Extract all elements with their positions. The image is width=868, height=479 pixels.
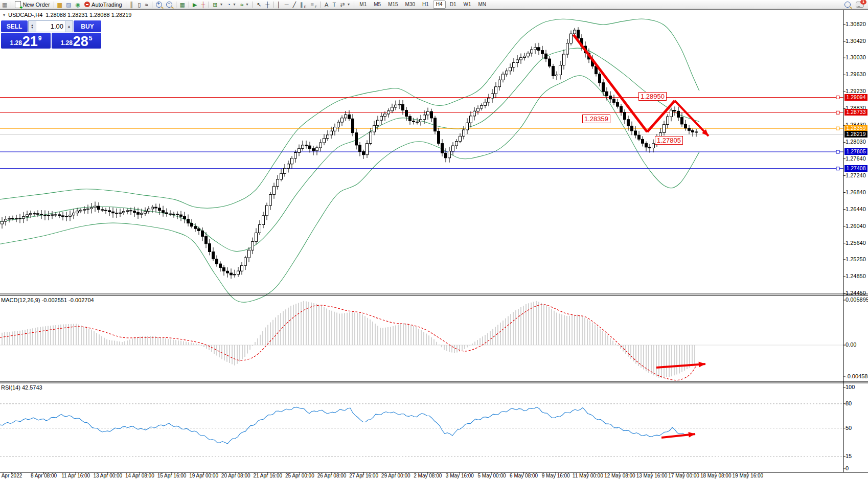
search-icon[interactable] — [844, 2, 851, 8]
arrows-button[interactable]: ⇄▼ — [338, 1, 352, 9]
level-handle-1.28359[interactable] — [836, 127, 839, 130]
channel-button[interactable]: ∥E — [298, 1, 308, 9]
new-template-button[interactable]: ⊞▼ — [211, 1, 225, 9]
timeframe-w1-button[interactable]: W1 — [460, 1, 474, 9]
crosshair-button[interactable]: ┼ — [263, 1, 271, 9]
price-tick-label: 1.27240 — [846, 172, 866, 178]
signal-button[interactable]: ◉ — [73, 1, 82, 9]
timeframe-m1-button[interactable]: M1 — [356, 1, 370, 9]
price-badge-1.29094: 1.29094 — [844, 94, 867, 101]
new-order-icon — [15, 1, 21, 8]
toolbar-separator — [273, 2, 273, 8]
price-tick-label: 1.26040 — [846, 223, 866, 229]
time-axis-label: 13 Apr 00:00 — [93, 473, 122, 478]
ohlc-values: 1.28088 1.28231 1.28088 1.28219 — [45, 12, 131, 18]
timeframe-mn-button[interactable]: MN — [475, 1, 489, 9]
publish-button[interactable]: ▨ — [64, 1, 73, 9]
price-badge-1.28219: 1.28219 — [844, 131, 867, 138]
line-chart-button[interactable]: ≈ — [143, 1, 150, 9]
candlestick-chart-button[interactable]: ▯ — [135, 1, 143, 9]
macd-axis-label: 0.00 — [846, 341, 856, 348]
fibonacci-button[interactable]: ≡F — [308, 1, 319, 9]
trendline-icon: ╱ — [293, 1, 296, 8]
price-tick-label: 1.24450 — [846, 290, 866, 296]
trendline-button[interactable]: ╱ — [291, 1, 299, 9]
tile-windows-icon: ▦ — [180, 1, 185, 8]
toolbar-separator — [354, 2, 354, 8]
chart-shift-icon: ┼ — [201, 1, 205, 8]
text-label-button[interactable]: T — [330, 1, 338, 9]
timeframe-h4-button[interactable]: H4 — [433, 1, 446, 9]
toolbar-separator — [189, 2, 189, 8]
zoom-in-button[interactable]: + — [154, 1, 164, 9]
auto-scroll-button[interactable]: ▶ — [191, 1, 199, 9]
buy-button[interactable]: BUY — [74, 20, 101, 32]
new-template-icon-dropdown: ▼ — [219, 3, 223, 6]
level-handle-1.28733[interactable] — [836, 111, 839, 114]
sell-price[interactable]: 1.28 21 9 — [1, 33, 51, 49]
bar-chart-button[interactable]: ║ — [128, 1, 136, 9]
chart-window-button[interactable]: ▦ — [0, 1, 9, 9]
timeframe-m30-button[interactable]: M30 — [402, 1, 418, 9]
horizontal-line-button[interactable]: ─ — [283, 1, 291, 9]
new-order-button[interactable]: New Order — [13, 1, 52, 9]
text-icon: A — [325, 1, 328, 8]
price-tick-label: 1.26840 — [846, 189, 866, 195]
chart-shift-button[interactable]: ┼ — [199, 1, 207, 9]
volume-input[interactable] — [36, 21, 65, 32]
price-tick-label: 1.25640 — [846, 240, 866, 246]
level-lines — [0, 96, 843, 170]
bollinger-lower — [0, 76, 699, 302]
level-handle-1.27408[interactable] — [836, 167, 839, 170]
chart-title: ▾ USDCAD-,H4 1.28088 1.28231 1.28088 1.2… — [3, 12, 131, 18]
rsi-arrow — [661, 432, 695, 438]
timeframe-m5-button[interactable]: M5 — [371, 1, 384, 9]
chat-icon[interactable]: 1 — [856, 2, 864, 8]
signal-icon: ◉ — [75, 1, 80, 8]
period-icon: ◔ — [227, 1, 231, 8]
timeframe-m15-button[interactable]: M15 — [385, 1, 401, 9]
level-handle-1.29094[interactable] — [836, 96, 839, 99]
arrows-icon: ⇄ — [340, 1, 345, 8]
buy-price[interactable]: 1.28 28 5 — [52, 33, 101, 49]
sell-price-pips: 21 — [22, 35, 38, 48]
toolbar-separator — [176, 2, 176, 8]
price-tick-label: 1.25250 — [846, 256, 866, 262]
buy-price-point: 5 — [89, 35, 93, 42]
timeframe-d1-button[interactable]: D1 — [447, 1, 460, 9]
time-axis-label: 2 May 08:00 — [414, 473, 442, 478]
volume-increase-button[interactable]: ▲ — [65, 21, 73, 32]
bar-chart-icon: ║ — [130, 1, 134, 8]
zoom-out-button[interactable]: − — [164, 1, 174, 9]
time-axis-label: 8 Apr 08:00 — [31, 473, 57, 478]
rsi-axis-label: 50 — [846, 425, 852, 431]
zoom-in-icon: + — [156, 2, 162, 8]
autotrading-button[interactable]: AutoTrading — [82, 1, 124, 9]
bollinger-middle — [0, 48, 699, 252]
price-tick-label: 1.26440 — [846, 206, 866, 212]
zoom-out-icon: − — [166, 2, 172, 8]
volume-decrease-button[interactable]: ▲▼ — [29, 21, 36, 32]
vertical-line-button[interactable]: │ — [275, 1, 283, 9]
text-button[interactable]: A — [323, 1, 330, 9]
arrows-icon-dropdown: ▼ — [347, 3, 350, 6]
price-callout-1.27805: 1.27805 — [655, 136, 683, 145]
price-tick-label: 1.24850 — [846, 273, 866, 279]
sell-button[interactable]: SELL — [1, 20, 28, 32]
rsi-axis-label: 15 — [846, 453, 852, 459]
time-axis-label: 25 Apr 00:00 — [285, 473, 314, 478]
level-handle-1.27805[interactable] — [836, 150, 839, 153]
time-axis-label: 27 Apr 16:00 — [349, 473, 378, 478]
toolbar-separator — [126, 2, 126, 8]
gold-button[interactable]: ▆ — [56, 1, 64, 9]
rsi-axis-label: 80 — [846, 400, 852, 406]
indicators-button[interactable]: ≈▼ — [238, 1, 251, 9]
tile-windows-button[interactable]: ▦ — [178, 1, 187, 9]
toolbar-separator — [321, 2, 321, 8]
rsi-axis-label: 100 — [846, 384, 855, 390]
period-button[interactable]: ◔▼ — [225, 1, 238, 9]
price-tick-label: 1.30420 — [846, 38, 866, 44]
time-axis-label: 11 Apr 16:00 — [61, 473, 90, 478]
cursor-button[interactable]: ↖ — [255, 1, 263, 9]
timeframe-h1-button[interactable]: H1 — [419, 1, 432, 9]
